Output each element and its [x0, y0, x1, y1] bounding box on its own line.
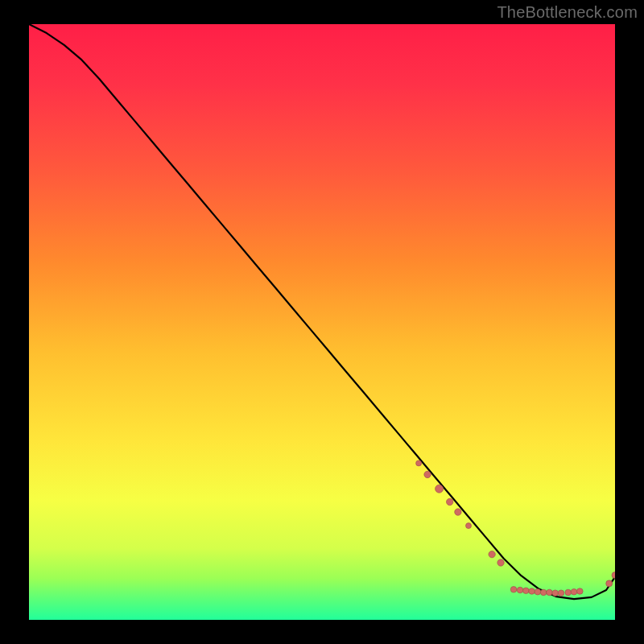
data-point — [466, 523, 472, 529]
data-point — [497, 559, 504, 566]
data-point — [517, 587, 523, 593]
chart-area — [29, 24, 615, 620]
data-point — [424, 471, 431, 477]
chart-svg — [29, 24, 615, 620]
gradient-background — [29, 24, 615, 620]
data-point — [565, 589, 572, 596]
data-point — [558, 590, 564, 597]
data-point — [571, 588, 577, 595]
data-point — [455, 509, 461, 515]
data-point — [535, 588, 541, 595]
data-point — [606, 580, 613, 587]
data-point — [510, 586, 517, 592]
data-point — [416, 460, 422, 466]
stage: TheBottleneck.com — [0, 0, 644, 644]
data-point — [577, 588, 584, 595]
data-point — [489, 551, 495, 557]
data-point — [552, 590, 559, 597]
data-point — [547, 589, 553, 596]
data-point — [436, 485, 444, 493]
data-point — [447, 498, 453, 505]
data-point — [523, 588, 530, 594]
watermark-text: TheBottleneck.com — [497, 3, 638, 22]
data-point — [540, 589, 547, 596]
data-point — [529, 588, 535, 595]
